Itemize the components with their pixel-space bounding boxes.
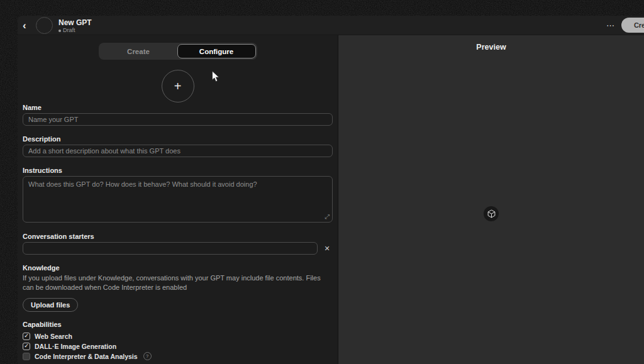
status-label: Draft	[63, 28, 75, 34]
instructions-label: Instructions	[23, 167, 333, 174]
preview-empty-state	[484, 206, 499, 221]
gpt-avatar-placeholder	[36, 17, 53, 34]
editor-header: ‹ New GPT Draft ⋯ Create	[18, 16, 644, 35]
capabilities-list: ✓ Web Search ✓ DALL·E Image Generation C…	[23, 331, 333, 361]
knowledge-label: Knowledge	[23, 264, 333, 272]
avatar-upload-button[interactable]: +	[162, 70, 194, 102]
header-actions: ⋯ Create	[600, 18, 644, 33]
capability-dalle: ✓ DALL·E Image Generation	[23, 341, 333, 351]
editor-body: Create Configure + Name Description Inst…	[18, 35, 644, 364]
name-input[interactable]	[23, 113, 333, 126]
status-dot-icon	[58, 30, 61, 32]
draft-status: Draft	[58, 28, 92, 34]
gpt-title: New GPT	[58, 18, 92, 27]
tab-create[interactable]: Create	[100, 44, 177, 58]
capability-label: DALL·E Image Generation	[35, 343, 116, 350]
cube-icon	[487, 209, 496, 218]
capability-web-search: ✓ Web Search	[23, 331, 333, 341]
preview-panel: Preview	[338, 35, 644, 364]
configure-panel: Create Configure + Name Description Inst…	[18, 35, 338, 364]
description-label: Description	[23, 135, 333, 143]
instructions-wrapper: ⤢	[23, 176, 333, 223]
conversation-starter-row: ✕	[23, 242, 333, 255]
tab-switcher: Create Configure	[99, 43, 257, 60]
capabilities-label: Capabilities	[23, 321, 333, 328]
capability-code-interpreter: Code Interpreter & Data Analysis ?	[23, 351, 333, 361]
conversation-starter-input[interactable]	[23, 242, 318, 255]
name-label: Name	[23, 104, 333, 111]
knowledge-description: If you upload files under Knowledge, con…	[23, 273, 333, 292]
expand-textarea-icon[interactable]: ⤢	[325, 214, 330, 220]
upload-files-button[interactable]: Upload files	[23, 298, 78, 312]
overflow-menu-icon[interactable]: ⋯	[600, 21, 621, 30]
dalle-checkbox[interactable]: ✓	[23, 343, 30, 350]
create-button[interactable]: Create	[621, 18, 644, 33]
web-search-checkbox[interactable]: ✓	[23, 333, 30, 340]
plus-icon: +	[174, 79, 182, 94]
remove-starter-icon[interactable]: ✕	[321, 243, 333, 254]
title-block: New GPT Draft	[58, 16, 92, 34]
preview-title: Preview	[338, 35, 644, 52]
code-interpreter-checkbox[interactable]	[23, 353, 30, 360]
capability-label: Code Interpreter & Data Analysis	[35, 353, 138, 360]
tab-configure[interactable]: Configure	[177, 44, 256, 58]
help-icon[interactable]: ?	[143, 352, 152, 360]
back-chevron-icon[interactable]: ‹	[23, 20, 33, 31]
instructions-textarea[interactable]	[23, 176, 333, 223]
capability-label: Web Search	[35, 333, 72, 340]
gpt-editor-window: ‹ New GPT Draft ⋯ Create Create Configur…	[18, 16, 644, 364]
conversation-starters-label: Conversation starters	[23, 233, 333, 240]
description-input[interactable]	[23, 145, 333, 157]
